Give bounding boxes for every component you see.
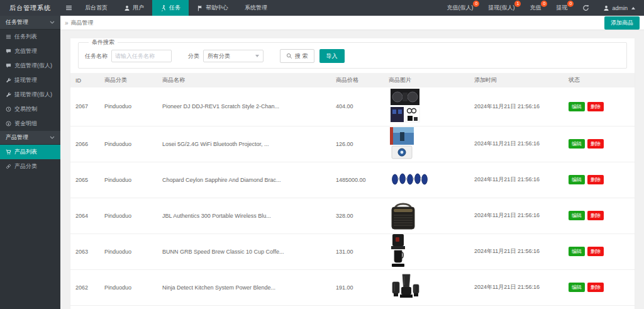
shortcut-label: 提现(假人) <box>488 4 514 12</box>
sidebar-item-recharge-management-fake[interactable]: 充值管理(假人) <box>0 59 60 73</box>
col-status: 状态 <box>564 73 635 87</box>
edit-button[interactable]: 编辑 <box>569 102 585 111</box>
cell-status: 编辑删除 <box>564 269 635 305</box>
user-icon <box>603 5 609 11</box>
shortcut-withdraw[interactable]: 提现 0 <box>548 0 575 16</box>
task-name-input[interactable] <box>111 50 172 62</box>
delete-button[interactable]: 删除 <box>587 175 604 184</box>
cell-image <box>384 233 469 269</box>
user-menu[interactable]: admin <box>597 0 644 16</box>
search-fieldset: 条件搜索 任务名称 分类 所有分类 搜 索 导入 <box>78 38 627 69</box>
cell-name: Ninja Detect Kitchen System Power Blende… <box>157 269 331 305</box>
nav-help-label: 帮助中心 <box>206 4 228 12</box>
table-row-partial <box>70 305 635 309</box>
cell-price: 131.00 <box>331 233 384 269</box>
cell-category: Pinduoduo <box>99 87 157 126</box>
sidebar-item-task-list[interactable]: 任务列表 <box>0 30 60 44</box>
app-logo: 后台管理系统 <box>0 0 60 16</box>
cell-empty <box>70 305 635 309</box>
cell-time: 2024年11月21日 21:56:16 <box>469 87 564 126</box>
cell-price: 191.00 <box>331 269 384 305</box>
shortcut-withdraw-fake[interactable]: 提现(假人) 1 <box>480 0 522 16</box>
cell-name: Losei 5G/2.4G WiFi Bluetooth Projector, … <box>157 126 331 162</box>
delete-button[interactable]: 删除 <box>587 139 604 149</box>
product-image-sapphire-bracelet <box>390 171 429 189</box>
cell-id: 2062 <box>70 269 99 305</box>
delete-button[interactable]: 删除 <box>587 211 604 220</box>
product-image-blender <box>390 273 421 302</box>
cell-time: 2024年11月21日 21:56:16 <box>469 233 564 269</box>
sidebar-item-label: 产品分类 <box>14 162 37 171</box>
nav-system[interactable]: 系统管理 <box>236 0 275 16</box>
cell-name: Pioneer DJ DDJ-REV1 Scratch Style 2-Chan… <box>157 87 331 126</box>
nav-tasks[interactable]: 任务 <box>152 0 189 16</box>
col-time: 添加时间 <box>469 73 564 87</box>
sidebar-item-label: 提现管理 <box>14 76 37 84</box>
refresh-icon[interactable] <box>575 0 597 16</box>
wrench-icon <box>6 77 11 83</box>
nav-help-center[interactable]: 帮助中心 <box>189 0 236 16</box>
nav-users[interactable]: 用户 <box>116 0 152 16</box>
category-select[interactable]: 所有分类 <box>203 50 264 62</box>
delete-button[interactable]: 删除 <box>587 102 604 111</box>
sidebar-group-product-management[interactable]: 产品管理 <box>0 131 60 145</box>
sidebar-item-trade-control[interactable]: 交易控制 <box>0 102 60 116</box>
edit-button[interactable]: 编辑 <box>569 247 585 256</box>
chevron-up-icon <box>631 7 635 9</box>
sidebar-item-label: 提现管理(假人) <box>14 91 52 99</box>
product-image-speaker <box>390 200 416 232</box>
cell-id: 2066 <box>70 126 99 162</box>
import-button[interactable]: 导入 <box>319 49 345 63</box>
cell-id: 2065 <box>70 162 99 198</box>
shortcut-recharge[interactable]: 充值 0 <box>522 0 548 16</box>
product-image-projector <box>390 127 414 161</box>
table-row: 2063 Pinduoduo BUNN GRB Speed Brew Class… <box>70 233 635 269</box>
shortcut-label: 充值(假人) <box>447 4 473 12</box>
yen-icon <box>6 121 11 126</box>
delete-button[interactable]: 删除 <box>587 283 604 292</box>
sidebar-item-product-category[interactable]: 产品分类 <box>0 159 60 174</box>
sidebar-item-funds-detail[interactable]: 资金明细 <box>0 116 60 131</box>
col-name: 商品名称 <box>157 73 331 87</box>
task-name-label: 任务名称 <box>85 52 108 60</box>
edit-button[interactable]: 编辑 <box>569 211 585 220</box>
edit-button[interactable]: 编辑 <box>569 139 585 149</box>
category-select-value: 所有分类 <box>208 52 230 60</box>
cell-time: 2024年11月21日 21:56:16 <box>469 126 564 162</box>
user-icon <box>124 5 130 11</box>
search-button[interactable]: 搜 索 <box>280 49 314 63</box>
top-navigation: 后台首页 用户 任务 帮助中心 系统管理 <box>77 0 275 16</box>
sidebar-item-label: 充值管理(假人) <box>14 62 52 70</box>
product-image-coffee-maker <box>390 234 406 269</box>
comment-icon <box>6 63 11 69</box>
hamburger-icon[interactable] <box>60 0 77 16</box>
nav-system-label: 系统管理 <box>245 4 267 12</box>
cell-price: 126.00 <box>331 126 384 162</box>
cell-price: 1485000.00 <box>331 162 384 198</box>
sidebar-group-task-management[interactable]: 任务管理 <box>0 16 60 30</box>
cell-status: 编辑删除 <box>564 162 635 198</box>
topbar-right: 充值(假人) 0 提现(假人) 1 充值 0 提现 0 admin <box>439 0 644 16</box>
sidebar-item-withdraw-management[interactable]: 提现管理 <box>0 73 60 87</box>
cell-category: Pinduoduo <box>99 162 157 198</box>
breadcrumb-separator-icon: » <box>65 20 69 26</box>
shortcut-recharge-fake[interactable]: 充值(假人) 0 <box>439 0 480 16</box>
edit-button[interactable]: 编辑 <box>569 175 585 184</box>
cell-time: 2024年11月21日 21:56:16 <box>469 269 564 305</box>
breadcrumb: » 商品管理 添加商品 <box>60 16 644 30</box>
add-product-button[interactable]: 添加商品 <box>604 16 640 30</box>
nav-home[interactable]: 后台首页 <box>77 0 116 16</box>
group-label: 产品管理 <box>6 133 28 142</box>
edit-button[interactable]: 编辑 <box>569 283 585 292</box>
col-image: 商品图片 <box>384 73 469 87</box>
cell-image <box>384 269 469 305</box>
delete-button[interactable]: 删除 <box>587 247 604 256</box>
search-button-label: 搜 索 <box>295 52 308 60</box>
sidebar-item-product-list[interactable]: 产品列表 <box>0 145 60 159</box>
category-label: 分类 <box>188 52 199 60</box>
sidebar-item-withdraw-management-fake[interactable]: 提现管理(假人) <box>0 87 60 102</box>
table-row: 2066 Pinduoduo Losei 5G/2.4G WiFi Blueto… <box>70 126 635 162</box>
col-id: ID <box>70 73 99 87</box>
cell-id: 2063 <box>70 233 99 269</box>
sidebar-item-recharge-management[interactable]: 充值管理 <box>0 44 60 59</box>
